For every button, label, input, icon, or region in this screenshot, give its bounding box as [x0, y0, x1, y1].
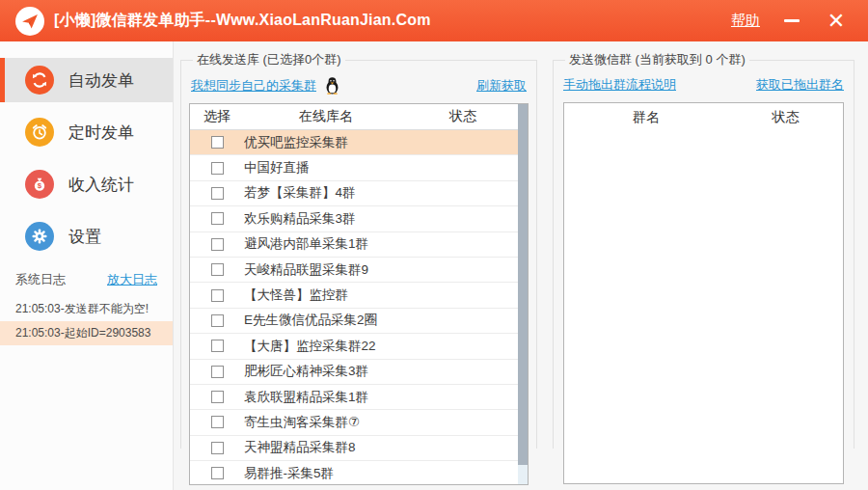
sidebar-item-auto-send[interactable]: 自动发单 — [0, 58, 173, 102]
log-title: 系统日志 — [15, 271, 66, 288]
group-name: 肥彬匠心精神采集3群 — [244, 363, 518, 380]
group-name: 中国好直播 — [244, 159, 518, 177]
row-checkbox[interactable] — [211, 263, 224, 276]
table-row[interactable]: 避风港内部单采集1群 — [190, 232, 528, 258]
online-library-panel: 在线发送库 (已选择0个群) 我想同步自己的采集群 刷新获取 选择在线库名状态 … — [180, 51, 537, 449]
table-row[interactable]: 若梦【采集群】4群 — [190, 181, 528, 206]
sync-collection-link[interactable]: 我想同步自己的采集群 — [191, 77, 316, 95]
scrollbar-thumb[interactable] — [518, 104, 528, 465]
group-name: E先生微信优品采集2圈 — [244, 312, 518, 329]
sidebar-item-income-stats[interactable]: $收入统计 — [0, 162, 173, 206]
row-checkbox[interactable] — [211, 136, 224, 149]
column-header: 选择 — [190, 108, 244, 125]
table-row[interactable]: 中国好直播 — [190, 155, 528, 180]
log-entry: 21:05:03-起始ID=2903583 — [0, 321, 173, 345]
refresh-icon — [25, 66, 54, 95]
sidebar-item-label: 自动发单 — [68, 69, 134, 92]
paper-plane-icon — [20, 12, 40, 31]
sidebar-item-label: 收入统计 — [68, 174, 134, 196]
log-entry: 21:05:03-发送群不能为空! — [0, 297, 173, 321]
row-checkbox-cell — [190, 314, 244, 327]
column-header: 在线库名 — [244, 108, 408, 125]
log-header: 系统日志 放大日志 — [0, 271, 173, 288]
table-row[interactable]: 优买吧监控采集群 — [190, 130, 528, 155]
row-checkbox[interactable] — [211, 187, 224, 200]
table-row[interactable]: 易群推-采集5群 — [190, 461, 528, 485]
table-row[interactable]: 【大怪兽】监控群 — [190, 283, 528, 308]
app-logo — [15, 7, 44, 36]
sidebar-menu: 自动发单定时发单$收入统计设置 — [0, 41, 173, 259]
titlebar: [小懒]微信群发单助手--Www.XiaoLanRuanJian.Com 帮助 … — [0, 0, 868, 41]
gear-icon — [25, 222, 54, 251]
sidebar-item-timed-send[interactable]: 定时发单 — [0, 110, 173, 154]
row-checkbox[interactable] — [211, 314, 224, 327]
row-checkbox-cell — [190, 263, 244, 276]
row-checkbox-cell — [190, 442, 244, 454]
minimize-icon — [784, 19, 800, 22]
row-checkbox-cell — [190, 289, 244, 302]
row-checkbox-cell — [190, 162, 244, 175]
app-title: [小懒]微信群发单助手--Www.XiaoLanRuanJian.Com — [54, 11, 431, 31]
column-header: 状态 — [728, 109, 843, 126]
group-name: 若梦【采集群】4群 — [244, 184, 518, 202]
group-name: 天峻精品联盟采集群9 — [244, 261, 518, 279]
column-header: 群名 — [564, 109, 728, 126]
table-row[interactable]: E先生微信优品采集2圈 — [190, 309, 528, 334]
row-checkbox[interactable] — [211, 442, 224, 454]
sidebar: 自动发单定时发单$收入统计设置 系统日志 放大日志 21:05:03-发送群不能… — [0, 41, 174, 490]
sidebar-item-label: 设置 — [68, 226, 101, 248]
row-checkbox[interactable] — [211, 289, 224, 302]
row-checkbox-cell — [190, 136, 244, 149]
group-name: 欢乐购精品采集3群 — [244, 210, 518, 228]
svg-text:$: $ — [38, 182, 42, 191]
wechat-group-table: 群名状态 — [563, 102, 844, 484]
row-checkbox[interactable] — [211, 212, 224, 225]
row-checkbox-cell — [190, 416, 244, 428]
online-table-header: 选择在线库名状态 — [190, 104, 528, 130]
row-checkbox[interactable] — [211, 340, 224, 352]
row-checkbox[interactable] — [211, 162, 224, 175]
online-library-panel-title: 在线发送库 (已选择0个群) — [193, 51, 345, 68]
row-checkbox-cell — [190, 391, 244, 403]
group-name: 寄生虫淘客采集群⑦ — [244, 414, 518, 431]
wechat-group-panel: 发送微信群 (当前获取到 0 个群) 手动拖出群流程说明 获取已拖出群名 群名状… — [553, 51, 854, 449]
row-checkbox[interactable] — [211, 416, 224, 428]
drag-out-guide-link[interactable]: 手动拖出群流程说明 — [563, 76, 676, 94]
row-checkbox-cell — [190, 212, 244, 225]
row-checkbox-cell — [190, 366, 244, 378]
row-checkbox[interactable] — [211, 238, 224, 251]
minimize-button[interactable] — [775, 5, 808, 38]
table-row[interactable]: 天峻精品联盟采集群9 — [190, 258, 528, 283]
table-row[interactable]: 【大唐】监控采集群22 — [190, 334, 528, 359]
money-bag-icon: $ — [25, 170, 54, 199]
table-row[interactable]: 寄生虫淘客采集群⑦ — [190, 410, 528, 435]
vertical-scrollbar[interactable] — [518, 104, 528, 484]
sidebar-item-label: 定时发单 — [68, 122, 134, 144]
row-checkbox-cell — [190, 187, 244, 200]
group-name: 天神盟精品采集群8 — [244, 439, 518, 456]
close-button[interactable]: ✕ — [820, 5, 853, 38]
fetch-dragged-groups-link[interactable]: 获取已拖出群名 — [756, 76, 844, 94]
alarm-icon — [25, 118, 54, 147]
wechat-group-panel-title: 发送微信群 (当前获取到 0 个群) — [565, 51, 749, 68]
table-row[interactable]: 袁欣联盟精品采集1群 — [190, 385, 528, 410]
log-entries: 21:05:03-发送群不能为空!21:05:03-起始ID=2903583 — [0, 297, 173, 345]
wechat-group-links: 手动拖出群流程说明 获取已拖出群名 — [563, 76, 844, 94]
refresh-fetch-link[interactable]: 刷新获取 — [476, 77, 527, 95]
sidebar-item-settings[interactable]: 设置 — [0, 214, 173, 259]
help-link[interactable]: 帮助 — [731, 12, 760, 30]
qq-penguin-icon — [324, 76, 340, 95]
online-table-body: 优买吧监控采集群中国好直播若梦【采集群】4群欢乐购精品采集3群避风港内部单采集1… — [190, 130, 528, 485]
group-name: 易群推-采集5群 — [244, 465, 518, 482]
row-checkbox[interactable] — [211, 391, 224, 403]
group-name: 袁欣联盟精品采集1群 — [244, 389, 518, 406]
table-row[interactable]: 天神盟精品采集群8 — [190, 436, 528, 461]
row-checkbox[interactable] — [211, 366, 224, 378]
group-name: 优买吧监控采集群 — [244, 134, 518, 151]
column-header: 状态 — [408, 108, 518, 125]
enlarge-log-link[interactable]: 放大日志 — [107, 271, 157, 288]
row-checkbox-cell — [190, 340, 244, 352]
table-row[interactable]: 肥彬匠心精神采集3群 — [190, 360, 528, 385]
row-checkbox[interactable] — [211, 467, 224, 479]
table-row[interactable]: 欢乐购精品采集3群 — [190, 206, 528, 231]
